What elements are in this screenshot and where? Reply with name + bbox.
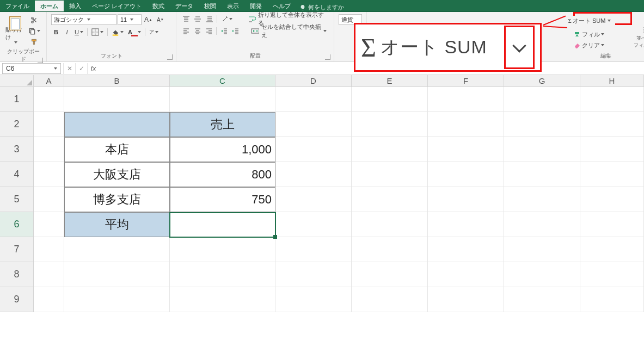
cell-E1[interactable] [352,87,428,112]
tab-help[interactable]: ヘルプ [267,1,296,11]
fill-color-button[interactable] [110,27,125,37]
cell-H7[interactable] [580,237,644,262]
format-painter-button[interactable] [27,37,42,47]
cell-C7[interactable] [170,237,275,262]
cell-E7[interactable] [352,237,428,262]
copy-button[interactable] [27,26,42,36]
cell-F8[interactable] [428,262,504,287]
cell-E6[interactable] [352,212,428,237]
row-header-4[interactable]: 4 [0,162,34,187]
row-header-9[interactable]: 9 [0,287,34,312]
cell-D9[interactable] [275,287,352,312]
cell-D6[interactable] [275,212,352,237]
col-header-A[interactable]: A [34,75,64,86]
cell-B4[interactable]: 大阪支店 [64,162,170,187]
col-header-E[interactable]: E [352,75,428,86]
bold-button[interactable]: B [51,27,61,37]
font-name-combo[interactable]: 游ゴシック [51,14,116,25]
cell-F2[interactable] [428,112,504,137]
cell-B2[interactable] [64,112,170,137]
cell-B8[interactable] [64,262,170,287]
align-left-button[interactable] [181,26,191,36]
col-header-G[interactable]: G [504,75,580,86]
cell-F6[interactable] [428,212,504,237]
tab-data[interactable]: データ [170,1,199,11]
tab-review[interactable]: 校閲 [199,1,222,11]
clear-button[interactable]: クリア [572,40,606,50]
cell-A4[interactable] [34,162,64,187]
cell-D7[interactable] [275,237,352,262]
cell-F7[interactable] [428,237,504,262]
dialog-launcher-icon[interactable] [38,58,43,63]
cell-D5[interactable] [275,187,352,212]
row-header-5[interactable]: 5 [0,187,34,212]
cell-D3[interactable] [275,137,352,162]
cell-G9[interactable] [504,287,580,312]
cell-H5[interactable] [580,187,644,212]
font-color-button[interactable]: A [126,27,143,37]
italic-button[interactable]: I [62,27,72,37]
borders-button[interactable] [90,27,105,37]
cell-D8[interactable] [275,262,352,287]
cell-C4[interactable]: 800 [170,162,275,187]
cell-H4[interactable] [580,162,644,187]
cell-C8[interactable] [170,262,275,287]
select-all-corner[interactable] [0,75,34,87]
orientation-button[interactable] [219,14,234,24]
cell-D4[interactable] [275,162,352,187]
cell-C1[interactable] [170,87,275,112]
decrease-indent-button[interactable] [219,26,229,36]
underline-button[interactable]: U [73,27,85,37]
cell-F5[interactable] [428,187,504,212]
cell-C9[interactable] [170,287,275,312]
cell-A3[interactable] [34,137,64,162]
cell-A2[interactable] [34,112,64,137]
cell-F4[interactable] [428,162,504,187]
cell-A5[interactable] [34,187,64,212]
cell-F1[interactable] [428,87,504,112]
cell-E4[interactable] [352,162,428,187]
cell-C6[interactable] [170,212,275,237]
increase-indent-button[interactable] [230,26,241,36]
cell-B7[interactable] [64,237,170,262]
merge-center-button[interactable]: セルを結合して中央揃え [248,26,329,36]
row-header-3[interactable]: 3 [0,137,34,162]
dialog-launcher-icon[interactable] [167,54,173,60]
cell-G2[interactable] [504,112,580,137]
align-middle-button[interactable] [192,14,203,24]
cell-C5[interactable]: 750 [170,187,275,212]
tab-formulas[interactable]: 数式 [147,1,170,11]
cell-B9[interactable] [64,287,170,312]
cell-F9[interactable] [428,287,504,312]
cell-E9[interactable] [352,287,428,312]
cell-F3[interactable] [428,137,504,162]
align-center-button[interactable] [192,26,203,36]
tab-insert[interactable]: 挿入 [64,1,87,11]
enter-formula-button[interactable]: ✓ [75,63,87,74]
cell-C3[interactable]: 1,000 [170,137,275,162]
tab-view[interactable]: 表示 [222,1,244,11]
cell-G3[interactable] [504,137,580,162]
chevron-down-icon[interactable] [608,20,611,22]
cell-A8[interactable] [34,262,64,287]
fill-button[interactable]: フィル [572,29,606,39]
cell-E8[interactable] [352,262,428,287]
col-header-H[interactable]: H [580,75,644,86]
cell-G7[interactable] [504,237,580,262]
cell-H6[interactable] [580,212,644,237]
font-size-combo[interactable]: 11 [118,14,142,25]
sort-label[interactable]: 並べ替え [636,35,645,42]
cell-H9[interactable] [580,287,644,312]
tab-home[interactable]: ホーム [35,1,64,11]
cell-H2[interactable] [580,112,644,137]
cell-G8[interactable] [504,262,580,287]
col-header-C[interactable]: C [170,75,275,86]
cell-H3[interactable] [580,137,644,162]
grow-font-button[interactable]: A▲ [143,15,154,24]
tab-developer[interactable]: 開発 [244,1,267,11]
phonetic-button[interactable]: ア [148,27,160,37]
tab-file[interactable]: ファイル [0,1,35,11]
col-header-B[interactable]: B [64,75,170,86]
align-top-button[interactable] [181,14,191,24]
autosum-button[interactable]: Σ オート SUM [564,16,615,26]
